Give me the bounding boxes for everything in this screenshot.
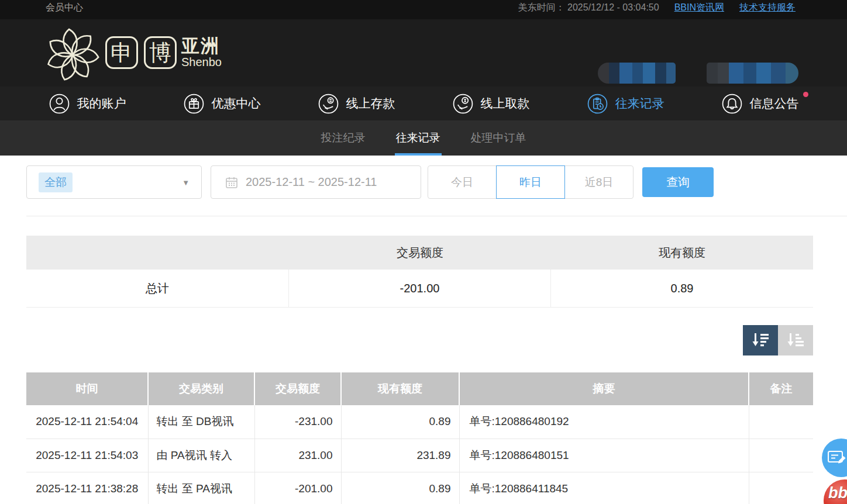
nav-label: 往来记录 [615, 95, 664, 112]
nav-label: 信息公告 [750, 95, 799, 112]
nav-item-transaction-records[interactable]: 往来记录 [558, 87, 693, 120]
cell-type: 转出 至 PA视讯 [148, 472, 254, 504]
brand-characters: 申 博 [105, 36, 177, 69]
topbar-right: 美东时间： 2025/12/12 - 03:04:50 BBIN资讯网 技术支持… [518, 2, 796, 14]
brand-char-shen: 申 [105, 36, 138, 69]
user-icon [49, 93, 70, 115]
bbin-news-link[interactable]: BBIN资讯网 [674, 2, 724, 14]
cell-time: 2025-12-11 21:38:28 [26, 472, 148, 504]
page: 会员中心 美东时间： 2025/12/12 - 03:04:50 BBIN资讯网… [0, 0, 847, 504]
col-time: 时间 [26, 372, 148, 405]
cell-balance: 0.89 [341, 405, 459, 439]
summary-total-label: 总计 [26, 270, 289, 307]
nav-item-promotions[interactable]: 优惠中心 [154, 87, 289, 120]
nav-label: 线上取款 [481, 95, 530, 112]
summary-table: 交易额度 现有额度 总计 -201.00 0.89 [26, 236, 813, 308]
tech-support-link[interactable]: 技术支持服务 [739, 2, 796, 14]
col-balance: 现有额度 [341, 372, 459, 405]
member-center-label: 会员中心 [46, 2, 83, 14]
cell-summary: 单号:120886411845 [459, 472, 749, 504]
table-header-row: 时间 交易类别 交易额度 现有额度 摘要 备注 [26, 372, 813, 405]
gift-icon [183, 93, 205, 115]
withdraw-hand-coin-icon [452, 93, 474, 115]
cell-amount: -231.00 [254, 405, 341, 439]
redacted-username [598, 63, 676, 84]
category-select[interactable]: 全部 ▼ [26, 165, 202, 199]
quick-last8days-button[interactable]: 近8日 [564, 165, 633, 199]
summary-header-balance: 现有额度 [551, 236, 813, 270]
sort-toggle-group [743, 325, 813, 355]
nav-item-announcements[interactable]: 信息公告 [693, 87, 827, 120]
cell-amount: 231.00 [254, 439, 341, 472]
brand-header: 申 博 亚洲 Shenbo [0, 19, 847, 87]
cell-time: 2025-12-11 21:54:04 [26, 405, 148, 439]
brand-region: 亚洲 Shenbo [181, 37, 222, 68]
date-range-value: 2025-12-11 ~ 2025-12-11 [246, 175, 377, 189]
tab-processing-orders[interactable]: 处理中订单 [470, 120, 528, 156]
transaction-record-icon [587, 93, 608, 115]
eastern-time-label: 美东时间： 2025/12/12 - 03:04:50 [518, 2, 659, 14]
table-row: 2025-12-11 21:38:28 转出 至 PA视讯 -201.00 0.… [26, 472, 813, 504]
cell-time: 2025-12-11 21:54:03 [26, 439, 148, 472]
main-nav: 我的账户 优惠中心 线上存款 线上取款 [0, 87, 847, 120]
redacted-balance [707, 63, 798, 84]
cell-type: 由 PA视讯 转入 [148, 439, 254, 472]
calendar-icon [225, 176, 238, 189]
content-area: 全部 ▼ 2025-12-11 ~ 2025-12-11 今日 昨日 近8日 查… [0, 156, 847, 504]
summary-header-row: 交易额度 现有额度 [26, 236, 813, 270]
nav-item-online-deposit[interactable]: 线上存款 [289, 87, 424, 120]
cell-summary: 单号:120886480192 [459, 405, 749, 439]
brand-logo[interactable]: 申 博 亚洲 Shenbo [42, 22, 222, 83]
chat-form-icon [827, 450, 847, 466]
tab-transaction-records[interactable]: 往来记录 [395, 120, 442, 156]
cell-summary: 单号:120886480151 [459, 439, 749, 472]
nav-item-online-withdraw[interactable]: 线上取款 [424, 87, 558, 120]
nav-label: 我的账户 [77, 95, 126, 112]
summary-total-balance: 0.89 [551, 270, 813, 307]
query-button[interactable]: 查询 [642, 167, 714, 197]
col-summary: 摘要 [459, 372, 749, 405]
col-amount: 交易额度 [254, 372, 341, 405]
deposit-hand-coin-icon [318, 93, 339, 115]
record-subtabs: 投注纪录 往来记录 处理中订单 [0, 120, 847, 156]
cell-balance: 0.89 [341, 472, 459, 504]
quick-date-group: 今日 昨日 近8日 [428, 165, 633, 199]
bell-icon [721, 93, 743, 115]
sort-descending-button[interactable] [743, 325, 778, 355]
category-selected-chip: 全部 [39, 172, 73, 192]
cell-remark [749, 439, 813, 472]
summary-header-empty [26, 236, 289, 270]
cell-balance: 231.89 [341, 439, 459, 472]
cell-type: 转出 至 DB视讯 [148, 405, 254, 439]
col-type: 交易类别 [148, 372, 254, 405]
summary-total-trade: -201.00 [289, 270, 551, 307]
section-divider [26, 216, 847, 216]
sort-descending-icon [750, 332, 770, 349]
nav-label: 优惠中心 [212, 95, 261, 112]
lotus-flower-icon [42, 22, 103, 83]
transactions-table: 时间 交易类别 交易额度 现有额度 摘要 备注 2025-12-11 21:54… [26, 372, 813, 504]
brand-region-zh: 亚洲 [181, 37, 222, 56]
sort-ascending-icon [786, 332, 805, 349]
cell-remark [749, 472, 813, 504]
quick-today-button[interactable]: 今日 [428, 165, 497, 199]
filter-bar: 全部 ▼ 2025-12-11 ~ 2025-12-11 今日 昨日 近8日 查… [26, 165, 714, 199]
summary-header-trade: 交易额度 [289, 236, 551, 270]
table-row: 2025-12-11 21:54:03 由 PA视讯 转入 231.00 231… [26, 439, 813, 472]
tab-betting-records[interactable]: 投注纪录 [320, 120, 367, 156]
notification-dot [803, 92, 808, 97]
sort-ascending-button[interactable] [778, 325, 813, 355]
nav-item-my-account[interactable]: 我的账户 [20, 87, 154, 120]
bbin-logo-text: bb [828, 484, 847, 502]
summary-total-row: 总计 -201.00 0.89 [26, 270, 813, 308]
date-range-input[interactable]: 2025-12-11 ~ 2025-12-11 [211, 165, 421, 199]
brand-region-en: Shenbo [181, 56, 222, 68]
cell-remark [749, 405, 813, 439]
brand-char-bo: 博 [144, 36, 177, 69]
top-utility-bar: 会员中心 美东时间： 2025/12/12 - 03:04:50 BBIN资讯网… [0, 0, 847, 19]
quick-yesterday-button[interactable]: 昨日 [496, 165, 565, 199]
cell-amount: -201.00 [254, 472, 341, 504]
table-row: 2025-12-11 21:54:04 转出 至 DB视讯 -231.00 0.… [26, 405, 813, 439]
col-remark: 备注 [749, 372, 813, 405]
nav-label: 线上存款 [346, 95, 395, 112]
